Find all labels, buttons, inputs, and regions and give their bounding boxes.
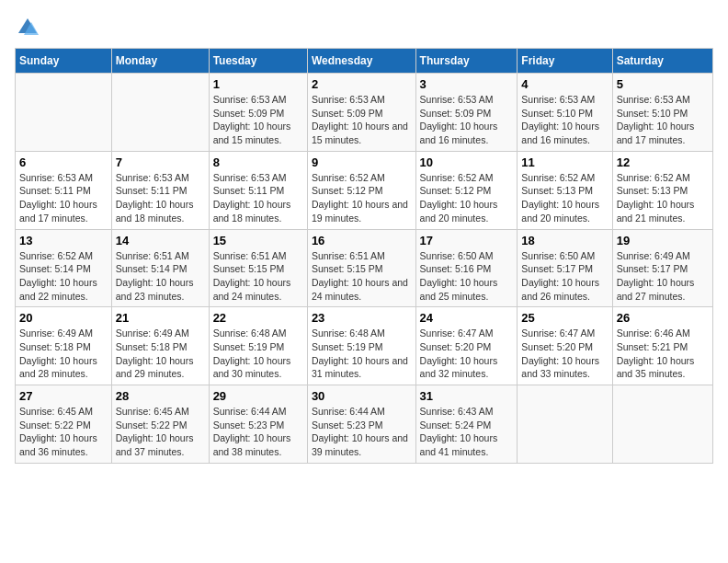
day-info: Sunrise: 6:50 AM Sunset: 5:17 PM Dayligh… xyxy=(521,249,608,304)
day-info: Sunrise: 6:45 AM Sunset: 5:22 PM Dayligh… xyxy=(19,405,108,459)
day-number: 15 xyxy=(213,234,303,247)
day-number: 6 xyxy=(19,155,108,169)
week-row-4: 20Sunrise: 6:49 AM Sunset: 5:18 PM Dayli… xyxy=(16,307,713,385)
day-number: 25 xyxy=(521,311,608,325)
day-number: 20 xyxy=(19,311,108,325)
calendar-cell: 9Sunrise: 6:52 AM Sunset: 5:12 PM Daylig… xyxy=(307,151,415,229)
day-info: Sunrise: 6:45 AM Sunset: 5:22 PM Dayligh… xyxy=(116,405,205,459)
day-number: 16 xyxy=(312,234,412,247)
day-number: 24 xyxy=(420,311,514,325)
calendar-cell xyxy=(111,74,209,152)
day-number: 18 xyxy=(521,234,608,247)
col-header-monday: Monday xyxy=(111,49,209,74)
day-info: Sunrise: 6:52 AM Sunset: 5:13 PM Dayligh… xyxy=(617,171,709,225)
calendar-cell: 3Sunrise: 6:53 AM Sunset: 5:09 PM Daylig… xyxy=(415,74,518,152)
col-header-saturday: Saturday xyxy=(612,49,712,74)
col-header-thursday: Thursday xyxy=(415,49,518,74)
calendar-cell: 29Sunrise: 6:44 AM Sunset: 5:23 PM Dayli… xyxy=(209,385,307,464)
col-header-friday: Friday xyxy=(518,49,612,74)
day-info: Sunrise: 6:49 AM Sunset: 5:18 PM Dayligh… xyxy=(116,327,205,381)
day-info: Sunrise: 6:51 AM Sunset: 5:15 PM Dayligh… xyxy=(312,249,412,304)
day-number: 30 xyxy=(312,389,412,403)
calendar-cell xyxy=(518,385,612,464)
logo xyxy=(15,15,44,40)
calendar-table: SundayMondayTuesdayWednesdayThursdayFrid… xyxy=(15,48,713,464)
calendar-cell: 11Sunrise: 6:52 AM Sunset: 5:13 PM Dayli… xyxy=(518,151,612,229)
day-info: Sunrise: 6:46 AM Sunset: 5:21 PM Dayligh… xyxy=(617,327,709,381)
day-info: Sunrise: 6:47 AM Sunset: 5:20 PM Dayligh… xyxy=(420,327,514,381)
day-info: Sunrise: 6:53 AM Sunset: 5:11 PM Dayligh… xyxy=(116,171,205,225)
calendar-cell xyxy=(612,385,712,464)
day-info: Sunrise: 6:44 AM Sunset: 5:23 PM Dayligh… xyxy=(213,405,303,459)
day-info: Sunrise: 6:48 AM Sunset: 5:19 PM Dayligh… xyxy=(213,327,303,381)
calendar-cell: 30Sunrise: 6:44 AM Sunset: 5:23 PM Dayli… xyxy=(307,385,415,464)
day-number: 19 xyxy=(617,234,709,247)
calendar-cell: 7Sunrise: 6:53 AM Sunset: 5:11 PM Daylig… xyxy=(111,151,209,229)
calendar-cell: 23Sunrise: 6:48 AM Sunset: 5:19 PM Dayli… xyxy=(307,307,415,385)
day-number: 23 xyxy=(312,311,412,325)
calendar-cell: 25Sunrise: 6:47 AM Sunset: 5:20 PM Dayli… xyxy=(518,307,612,385)
calendar-cell xyxy=(16,74,112,152)
day-info: Sunrise: 6:53 AM Sunset: 5:09 PM Dayligh… xyxy=(312,93,412,147)
calendar-cell: 6Sunrise: 6:53 AM Sunset: 5:11 PM Daylig… xyxy=(16,151,112,229)
day-info: Sunrise: 6:47 AM Sunset: 5:20 PM Dayligh… xyxy=(521,327,608,381)
day-info: Sunrise: 6:53 AM Sunset: 5:11 PM Dayligh… xyxy=(19,171,108,225)
calendar-cell: 8Sunrise: 6:53 AM Sunset: 5:11 PM Daylig… xyxy=(209,151,307,229)
day-info: Sunrise: 6:53 AM Sunset: 5:10 PM Dayligh… xyxy=(617,93,709,147)
day-info: Sunrise: 6:49 AM Sunset: 5:17 PM Dayligh… xyxy=(617,249,709,304)
day-number: 26 xyxy=(617,311,709,325)
week-row-2: 6Sunrise: 6:53 AM Sunset: 5:11 PM Daylig… xyxy=(16,151,713,229)
day-number: 11 xyxy=(521,155,608,169)
day-info: Sunrise: 6:53 AM Sunset: 5:09 PM Dayligh… xyxy=(213,93,303,147)
calendar-cell: 12Sunrise: 6:52 AM Sunset: 5:13 PM Dayli… xyxy=(612,151,712,229)
day-number: 10 xyxy=(420,155,514,169)
calendar-cell: 17Sunrise: 6:50 AM Sunset: 5:16 PM Dayli… xyxy=(415,229,518,307)
calendar-cell: 15Sunrise: 6:51 AM Sunset: 5:15 PM Dayli… xyxy=(209,229,307,307)
week-row-3: 13Sunrise: 6:52 AM Sunset: 5:14 PM Dayli… xyxy=(16,229,713,307)
calendar-cell: 24Sunrise: 6:47 AM Sunset: 5:20 PM Dayli… xyxy=(415,307,518,385)
day-number: 3 xyxy=(420,77,514,91)
day-number: 1 xyxy=(213,77,303,91)
calendar-cell: 21Sunrise: 6:49 AM Sunset: 5:18 PM Dayli… xyxy=(111,307,209,385)
day-number: 17 xyxy=(420,234,514,247)
calendar-cell: 2Sunrise: 6:53 AM Sunset: 5:09 PM Daylig… xyxy=(307,74,415,152)
day-info: Sunrise: 6:48 AM Sunset: 5:19 PM Dayligh… xyxy=(312,327,412,381)
logo-icon xyxy=(15,15,40,40)
calendar-cell: 19Sunrise: 6:49 AM Sunset: 5:17 PM Dayli… xyxy=(612,229,712,307)
calendar-cell: 16Sunrise: 6:51 AM Sunset: 5:15 PM Dayli… xyxy=(307,229,415,307)
day-info: Sunrise: 6:49 AM Sunset: 5:18 PM Dayligh… xyxy=(19,327,108,381)
calendar-cell: 14Sunrise: 6:51 AM Sunset: 5:14 PM Dayli… xyxy=(111,229,209,307)
day-number: 8 xyxy=(213,155,303,169)
day-info: Sunrise: 6:52 AM Sunset: 5:13 PM Dayligh… xyxy=(521,171,608,225)
calendar-cell: 4Sunrise: 6:53 AM Sunset: 5:10 PM Daylig… xyxy=(518,74,612,152)
day-number: 9 xyxy=(312,155,412,169)
page-header xyxy=(15,15,713,40)
day-number: 7 xyxy=(116,155,205,169)
day-number: 5 xyxy=(617,77,709,91)
day-number: 4 xyxy=(521,77,608,91)
col-header-tuesday: Tuesday xyxy=(209,49,307,74)
day-number: 29 xyxy=(213,389,303,403)
day-info: Sunrise: 6:52 AM Sunset: 5:12 PM Dayligh… xyxy=(312,171,412,225)
day-info: Sunrise: 6:53 AM Sunset: 5:11 PM Dayligh… xyxy=(213,171,303,225)
day-info: Sunrise: 6:53 AM Sunset: 5:09 PM Dayligh… xyxy=(420,93,514,147)
day-number: 13 xyxy=(19,234,108,247)
calendar-cell: 5Sunrise: 6:53 AM Sunset: 5:10 PM Daylig… xyxy=(612,74,712,152)
calendar-cell: 10Sunrise: 6:52 AM Sunset: 5:12 PM Dayli… xyxy=(415,151,518,229)
week-row-5: 27Sunrise: 6:45 AM Sunset: 5:22 PM Dayli… xyxy=(16,385,713,464)
day-info: Sunrise: 6:51 AM Sunset: 5:14 PM Dayligh… xyxy=(116,249,205,304)
calendar-cell: 18Sunrise: 6:50 AM Sunset: 5:17 PM Dayli… xyxy=(518,229,612,307)
day-number: 21 xyxy=(116,311,205,325)
day-info: Sunrise: 6:43 AM Sunset: 5:24 PM Dayligh… xyxy=(420,405,514,459)
day-number: 27 xyxy=(19,389,108,403)
day-of-week-row: SundayMondayTuesdayWednesdayThursdayFrid… xyxy=(16,49,713,74)
day-info: Sunrise: 6:51 AM Sunset: 5:15 PM Dayligh… xyxy=(213,249,303,304)
calendar-cell: 31Sunrise: 6:43 AM Sunset: 5:24 PM Dayli… xyxy=(415,385,518,464)
week-row-1: 1Sunrise: 6:53 AM Sunset: 5:09 PM Daylig… xyxy=(16,74,713,152)
calendar-cell: 28Sunrise: 6:45 AM Sunset: 5:22 PM Dayli… xyxy=(111,385,209,464)
calendar-cell: 20Sunrise: 6:49 AM Sunset: 5:18 PM Dayli… xyxy=(16,307,112,385)
day-number: 22 xyxy=(213,311,303,325)
col-header-sunday: Sunday xyxy=(16,49,112,74)
calendar-cell: 1Sunrise: 6:53 AM Sunset: 5:09 PM Daylig… xyxy=(209,74,307,152)
calendar-cell: 26Sunrise: 6:46 AM Sunset: 5:21 PM Dayli… xyxy=(612,307,712,385)
